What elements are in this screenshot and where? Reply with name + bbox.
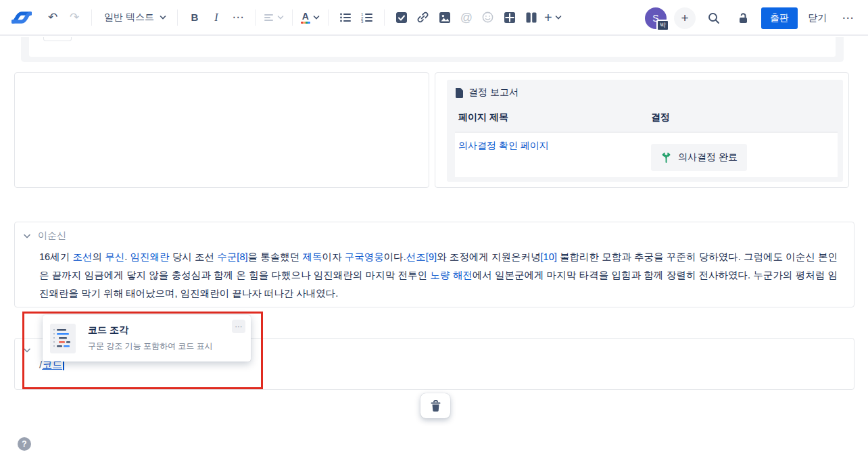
decision-report-title: 결정 보고서 [468, 86, 519, 99]
publish-button[interactable]: 출판 [761, 7, 798, 29]
inline-link[interactable]: 선조[9] [406, 251, 437, 262]
text-segment: 당시 조선 [170, 251, 218, 262]
undo-button[interactable]: ↶ [42, 7, 64, 28]
expand-section-lee: 이순신 16세기 조선의 무신. 임진왜란 당시 조선 수군[8]을 통솔했던 … [14, 222, 854, 307]
chevron-down-icon [23, 233, 31, 239]
alignment-dropdown[interactable] [262, 7, 286, 28]
inline-link[interactable]: 수군[8] [217, 251, 247, 262]
user-avatar[interactable]: S 박 [645, 7, 667, 29]
image-button[interactable] [434, 7, 456, 28]
bold-button[interactable]: B [184, 7, 206, 28]
inline-link[interactable]: 구국영웅 [345, 251, 384, 262]
inline-link[interactable]: 노량 해전 [430, 270, 472, 280]
confluence-editor: ↶ ↷ 일반 텍스트 B I ⋯ A 123 [0, 0, 868, 471]
toolbar-right-group: S 박 + 출판 닫기 ⋯ [645, 0, 859, 36]
emoji-button[interactable] [477, 7, 499, 28]
trash-icon [430, 400, 441, 412]
slash-menu-item-title: 코드 조각 [88, 324, 232, 337]
slash-menu-item-description: 구문 강조 기능 포함하여 코드 표시 [88, 341, 232, 352]
text-segment: 을 통솔했던 [247, 251, 302, 262]
text-more-button[interactable]: ⋯ [227, 7, 249, 28]
decision-report-panel: 결정 보고서 페이지 제목 결정 의사결정 확인 페이지 [447, 80, 843, 182]
chevron-down-icon [313, 15, 320, 20]
ordered-list-icon: 123 [361, 12, 373, 23]
inline-link[interactable]: 무신 [105, 251, 124, 262]
inline-link[interactable]: 제독 [303, 251, 322, 262]
svg-text:3: 3 [361, 20, 364, 23]
text-style-dropdown[interactable]: 일반 텍스트 [101, 7, 168, 28]
link-button[interactable] [412, 7, 434, 28]
avatar-badge: 박 [656, 20, 669, 31]
text-segment: 16세기 [39, 251, 72, 262]
decision-status-label: 의사결정 완료 [678, 151, 738, 164]
plus-icon: + [544, 11, 552, 24]
expand-header[interactable]: 이순신 [15, 222, 854, 242]
code-snippet-thumbnail [49, 322, 77, 355]
inline-link[interactable]: 임진왜란 [130, 251, 170, 262]
close-button[interactable]: 닫기 [805, 12, 829, 24]
chevron-down-icon [160, 15, 166, 20]
table-icon [504, 11, 516, 24]
decision-report-row: 의사결정 확인 페이지 의사결정 완료 [455, 132, 838, 177]
search-button[interactable] [703, 7, 725, 29]
cutoff-panel-tab [43, 37, 72, 41]
mention-button[interactable]: @ [456, 7, 477, 28]
inline-link[interactable]: 조선 [72, 251, 92, 262]
columns-layout-icon [525, 11, 537, 24]
invite-button[interactable]: + [674, 7, 696, 29]
question-mark-icon: ? [22, 439, 26, 449]
decision-report-column-headers: 페이지 제목 결정 [455, 111, 838, 124]
slash-menu-more-button[interactable]: ⋯ [232, 320, 245, 333]
toolbar-divider [328, 9, 329, 26]
text-segment: . [124, 251, 130, 262]
bullet-list-button[interactable] [335, 7, 356, 28]
chevron-down-icon [277, 15, 284, 20]
expand-paragraph: 16세기 조선의 무신. 임진왜란 당시 조선 수군[8]을 통솔했던 제독이자… [15, 242, 854, 303]
task-list-button[interactable] [391, 7, 412, 28]
toolbar-divider [292, 9, 293, 26]
table-button[interactable] [499, 7, 521, 28]
toolbar-divider [384, 9, 385, 26]
toolbar-divider [255, 9, 256, 26]
confluence-logo-icon[interactable] [9, 7, 34, 28]
left-empty-box[interactable] [14, 72, 429, 188]
insert-dropdown[interactable]: + [542, 7, 564, 28]
column-header-page-title: 페이지 제목 [458, 111, 651, 124]
bullet-list-icon [339, 12, 352, 23]
text-segment: 이자 [322, 251, 345, 262]
slash-menu-popup: 코드 조각 구문 강조 기능 포함하여 코드 표시 ⋯ [43, 315, 251, 362]
align-left-icon [264, 13, 274, 22]
decision-fork-icon [660, 152, 672, 164]
editor-toolbar: ↶ ↷ 일반 텍스트 B I ⋯ A 123 [0, 0, 868, 36]
layouts-button[interactable] [521, 7, 542, 28]
emoji-icon [481, 11, 494, 24]
decision-report-header: 결정 보고서 [455, 86, 838, 99]
unlock-icon [736, 11, 750, 25]
chevron-down-icon [23, 347, 31, 353]
text-color-dropdown[interactable]: A [299, 7, 322, 28]
slash-menu-item[interactable]: 코드 조각 구문 강조 기능 포함하여 코드 표시 [88, 324, 232, 352]
italic-button[interactable]: I [206, 7, 227, 28]
expand-title: 이순신 [38, 230, 66, 242]
help-button[interactable]: ? [18, 437, 31, 451]
overflow-menu-button[interactable]: ⋯ [837, 7, 859, 29]
toolbar-divider [177, 9, 178, 26]
cutoff-panel [21, 37, 844, 62]
document-icon [455, 88, 464, 98]
decision-page-link[interactable]: 의사결정 확인 페이지 [458, 140, 549, 151]
permissions-button[interactable] [732, 7, 754, 29]
task-check-icon [395, 11, 408, 24]
ordered-list-button[interactable]: 123 [356, 7, 378, 28]
decision-report-box[interactable]: 결정 보고서 페이지 제목 결정 의사결정 확인 페이지 [435, 72, 849, 188]
redo-button[interactable]: ↷ [64, 7, 85, 28]
search-icon [707, 11, 721, 25]
plus-icon: + [681, 11, 688, 26]
link-icon [416, 11, 429, 24]
image-icon [439, 11, 451, 24]
chevron-down-icon [555, 15, 562, 20]
inline-link[interactable]: [10] [541, 251, 557, 262]
text-color-icon: A [301, 11, 310, 24]
decision-status-chip[interactable]: 의사결정 완료 [651, 144, 747, 171]
delete-block-button[interactable] [420, 393, 450, 418]
cutoff-panel-content [29, 37, 836, 57]
